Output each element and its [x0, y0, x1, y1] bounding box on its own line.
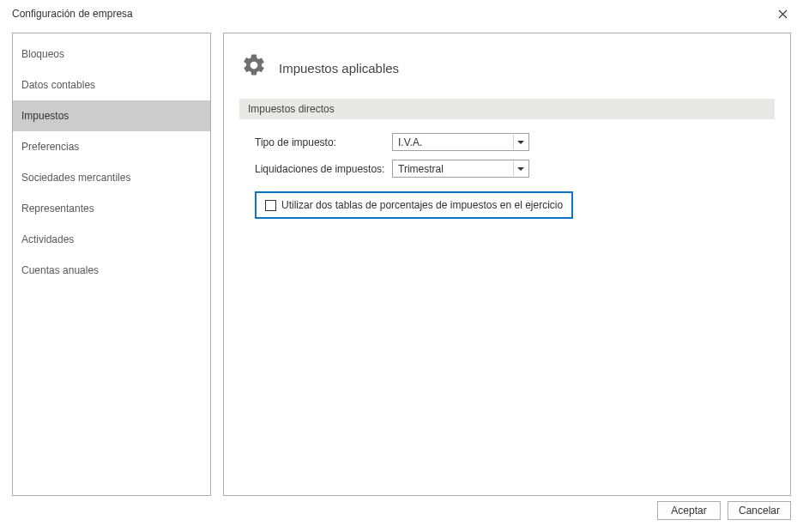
- sidebar-item-datos-contables[interactable]: Datos contables: [13, 70, 210, 100]
- close-button[interactable]: [770, 2, 794, 26]
- main-panel: Impuestos aplicables Impuestos directos …: [223, 33, 791, 496]
- chevron-down-icon: [513, 161, 527, 176]
- checkbox-dos-tablas[interactable]: [265, 200, 276, 211]
- sidebar: Bloqueos Datos contables Impuestos Prefe…: [12, 33, 211, 496]
- dropdown-tipo-impuesto[interactable]: I.V.A.: [392, 133, 529, 151]
- footer: Aceptar Cancelar: [0, 496, 803, 525]
- sidebar-item-label: Impuestos: [21, 110, 69, 122]
- accept-button[interactable]: Aceptar: [657, 501, 721, 520]
- sidebar-item-label: Preferencias: [21, 141, 79, 153]
- button-label: Cancelar: [739, 505, 780, 517]
- button-label: Aceptar: [671, 505, 706, 517]
- checkbox-highlight-box: Utilizar dos tablas de porcentajes de im…: [255, 191, 573, 219]
- content-area: Bloqueos Datos contables Impuestos Prefe…: [0, 27, 803, 496]
- checkbox-label: Utilizar dos tablas de porcentajes de im…: [281, 199, 563, 211]
- sidebar-item-representantes[interactable]: Representantes: [13, 193, 210, 224]
- dropdown-value: Trimestral: [398, 163, 444, 175]
- sidebar-item-label: Cuentas anuales: [21, 264, 99, 276]
- titlebar: Configuración de empresa: [0, 0, 803, 27]
- sidebar-item-label: Actividades: [21, 233, 74, 245]
- dropdown-value: I.V.A.: [398, 136, 422, 148]
- row-tipo-impuesto: Tipo de impuesto: I.V.A.: [239, 133, 775, 151]
- sidebar-item-label: Sociedades mercantiles: [21, 172, 130, 184]
- window-title: Configuración de empresa: [12, 8, 133, 20]
- close-icon: [778, 9, 788, 19]
- sidebar-item-label: Datos contables: [21, 79, 95, 91]
- sidebar-item-bloqueos[interactable]: Bloqueos: [13, 39, 210, 70]
- chevron-down-icon: [513, 135, 527, 149]
- sidebar-item-cuentas-anuales[interactable]: Cuentas anuales: [13, 255, 210, 286]
- group-header: Impuestos directos: [239, 99, 775, 119]
- gear-icon: [239, 51, 269, 80]
- sidebar-item-actividades[interactable]: Actividades: [13, 224, 210, 255]
- section-title: Impuestos aplicables: [279, 56, 399, 76]
- label-tipo-impuesto: Tipo de impuesto:: [255, 136, 392, 148]
- section-header: Impuestos aplicables: [239, 51, 775, 80]
- sidebar-item-sociedades-mercantiles[interactable]: Sociedades mercantiles: [13, 162, 210, 193]
- row-liquidaciones: Liquidaciones de impuestos: Trimestral: [239, 160, 775, 178]
- sidebar-item-preferencias[interactable]: Preferencias: [13, 131, 210, 162]
- sidebar-item-impuestos[interactable]: Impuestos: [13, 100, 210, 131]
- dropdown-liquidaciones[interactable]: Trimestral: [392, 160, 529, 178]
- sidebar-item-label: Representantes: [21, 203, 94, 215]
- label-liquidaciones: Liquidaciones de impuestos:: [255, 163, 392, 175]
- sidebar-item-label: Bloqueos: [21, 48, 64, 60]
- cancel-button[interactable]: Cancelar: [728, 501, 791, 520]
